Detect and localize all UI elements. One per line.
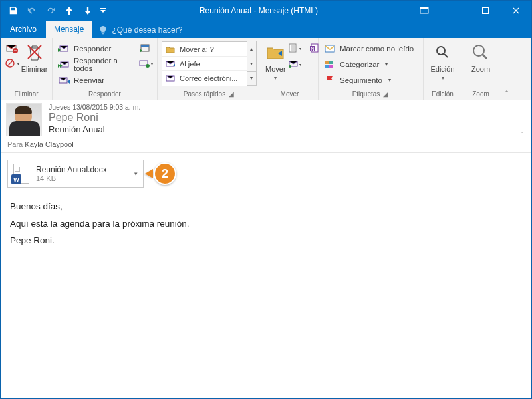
- quickstep-team-email[interactable]: Correo electróni...: [162, 71, 247, 86]
- svg-point-30: [473, 45, 484, 56]
- find-icon: [434, 41, 452, 64]
- redo-icon[interactable]: [42, 2, 59, 19]
- group-label-delete: Eliminar: [1, 90, 52, 100]
- move-button[interactable]: Mover ▾: [265, 40, 286, 81]
- dialog-launcher-icon[interactable]: ◢: [382, 91, 389, 98]
- group-label-editing: Edición: [424, 90, 462, 100]
- message-date: Jueves 13/08/2015 9:03 a. m.: [49, 103, 140, 111]
- categorize-button[interactable]: Categorizar▾: [323, 57, 416, 72]
- group-label-zoom: Zoom: [462, 90, 499, 100]
- meeting-reply-icon[interactable]: [138, 41, 153, 55]
- message-from: Pepe Roni: [49, 112, 140, 124]
- more-respond-icon[interactable]: ▾: [138, 56, 153, 70]
- collapse-header-icon[interactable]: ˆ: [521, 131, 523, 140]
- tab-message[interactable]: Mensaje: [46, 21, 92, 38]
- attachment-filesize: 14 KB: [36, 174, 133, 182]
- mark-unread-icon: [324, 43, 336, 55]
- svg-text:N: N: [311, 47, 314, 51]
- group-label-quicksteps: Pasos rápidos◢: [158, 90, 261, 100]
- zoom-button[interactable]: Zoom: [466, 40, 495, 73]
- reply-all-icon: [58, 59, 70, 70]
- tutorial-callout: 2: [152, 160, 178, 187]
- rules-icon[interactable]: ▾: [287, 41, 302, 55]
- svg-point-14: [146, 64, 150, 68]
- delete-icon: [26, 43, 43, 63]
- delete-button[interactable]: Eliminar: [21, 40, 48, 73]
- editing-button[interactable]: Edición ▾: [428, 40, 458, 81]
- actions-icon[interactable]: ▾: [287, 57, 302, 71]
- svg-rect-12: [141, 45, 149, 47]
- save-icon[interactable]: [5, 2, 22, 19]
- undo-icon[interactable]: [23, 2, 41, 19]
- quickstep-move-to[interactable]: Mover a: ?: [162, 42, 247, 57]
- sender-avatar: [6, 103, 42, 136]
- gallery-up-icon[interactable]: ▴: [247, 42, 256, 56]
- quick-steps-gallery[interactable]: Mover a: ? Al jefe Correo electróni...: [162, 41, 247, 86]
- svg-rect-4: [483, 8, 489, 14]
- ignore-icon[interactable]: [5, 41, 19, 55]
- message-to-line: Para Kayla Claypool: [6, 140, 525, 148]
- callout-number: 2: [154, 162, 176, 185]
- reply-all-button[interactable]: Responder a todos: [57, 57, 134, 72]
- svg-rect-0: [100, 8, 106, 9]
- svg-rect-2: [420, 7, 428, 9]
- folder-move-icon: [165, 44, 176, 55]
- attachment-chip[interactable]: W Reunión Anual.docx 14 KB ▾: [7, 160, 144, 188]
- svg-rect-27: [329, 65, 332, 68]
- gallery-down-icon[interactable]: ▾: [247, 57, 256, 70]
- svg-rect-3: [452, 11, 458, 11]
- junk-icon[interactable]: ▾: [5, 56, 19, 70]
- categorize-icon: [324, 59, 336, 70]
- window-title: Reunión Anual - Mensaje (HTML): [108, 6, 409, 15]
- group-label-tags: Etiquetas◢: [319, 90, 423, 100]
- team-email-icon: [165, 73, 176, 84]
- group-label-move: Mover: [261, 90, 318, 100]
- prev-item-icon[interactable]: [61, 2, 78, 19]
- minimize-icon[interactable]: [440, 1, 470, 21]
- collapse-ribbon-icon[interactable]: ˆ: [499, 38, 514, 100]
- lightbulb-icon: [98, 25, 108, 35]
- reply-icon: [58, 43, 70, 55]
- reply-button[interactable]: Responder: [57, 41, 134, 56]
- move-folder-icon: [266, 41, 285, 64]
- svg-rect-26: [325, 65, 329, 68]
- dialog-launcher-icon[interactable]: ◢: [228, 91, 235, 98]
- to-boss-icon: [165, 59, 176, 69]
- mark-unread-button[interactable]: Marcar como no leído: [323, 41, 416, 56]
- tell-me-search[interactable]: ¿Qué desea hacer?: [92, 22, 189, 38]
- follow-up-button[interactable]: Seguimiento▾: [323, 72, 416, 88]
- group-label-respond: Responder: [53, 90, 157, 100]
- forward-icon: [58, 74, 70, 86]
- quickstep-to-boss[interactable]: Al jefe: [162, 57, 247, 71]
- attachment-filename: Reunión Anual.docx: [36, 165, 133, 174]
- tell-me-placeholder: ¿Qué desea hacer?: [112, 25, 182, 35]
- forward-button[interactable]: Reenviar: [57, 72, 134, 88]
- next-item-icon[interactable]: [79, 2, 96, 19]
- maximize-icon[interactable]: [470, 1, 501, 21]
- zoom-icon: [471, 41, 490, 64]
- svg-point-29: [437, 47, 445, 55]
- svg-point-22: [289, 65, 291, 68]
- message-subject: Reunión Anual: [49, 124, 140, 134]
- gallery-more-icon[interactable]: ▾: [247, 71, 256, 85]
- tab-file[interactable]: Archivo: [1, 21, 46, 38]
- ribbon-display-options-icon[interactable]: [409, 1, 440, 21]
- message-body: Buenos días, Aquí está la agenda para la…: [1, 192, 531, 256]
- qat-customize-icon[interactable]: [98, 2, 108, 19]
- svg-rect-28: [327, 76, 327, 84]
- flag-icon: [324, 74, 336, 86]
- svg-rect-25: [329, 61, 332, 64]
- chevron-down-icon[interactable]: ▾: [133, 170, 139, 177]
- word-file-icon: W: [13, 164, 29, 184]
- close-icon[interactable]: [501, 1, 531, 21]
- svg-rect-24: [325, 61, 329, 64]
